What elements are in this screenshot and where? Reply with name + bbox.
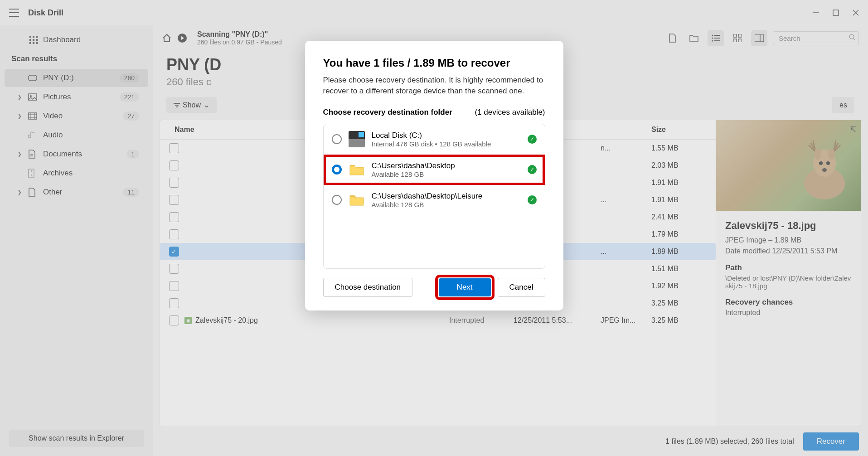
recovery-modal: You have 1 files / 1.89 MB to recover Pl…	[305, 41, 563, 310]
destination-title: Local Disk (C:)	[372, 131, 521, 140]
destination-subtitle: Internal 476 GB disk • 128 GB available	[372, 140, 521, 148]
folder-icon	[349, 192, 365, 208]
destination-item[interactable]: Local Disk (C:)Internal 476 GB disk • 12…	[324, 124, 545, 155]
choose-destination-button[interactable]: Choose destination	[323, 278, 413, 297]
check-icon: ✓	[528, 165, 537, 174]
destination-subtitle: Available 128 GB	[372, 170, 521, 178]
disk-icon	[349, 131, 365, 147]
modal-title: You have 1 files / 1.89 MB to recover	[323, 57, 545, 69]
choose-destination-label: Choose recovery destination folder	[323, 108, 452, 117]
modal-description: Please choose recovery destination. It i…	[323, 75, 545, 97]
destination-subtitle: Available 128 GB	[372, 201, 521, 209]
destination-radio[interactable]	[332, 165, 342, 175]
destination-title: C:\Users\dasha\Desktop\Leisure	[372, 192, 521, 201]
destination-item[interactable]: C:\Users\dasha\DesktopAvailable 128 GB✓	[324, 155, 545, 185]
destination-radio[interactable]	[332, 195, 342, 205]
folder-icon	[349, 161, 365, 178]
devices-available-label: (1 devices available)	[475, 108, 545, 117]
check-icon: ✓	[528, 135, 537, 144]
destination-title: C:\Users\dasha\Desktop	[372, 161, 521, 170]
modal-overlay: You have 1 files / 1.89 MB to recover Pl…	[0, 0, 868, 456]
destination-list: Local Disk (C:)Internal 476 GB disk • 12…	[323, 124, 545, 269]
check-icon: ✓	[528, 195, 537, 204]
next-button[interactable]: Next	[439, 278, 491, 296]
cancel-button[interactable]: Cancel	[498, 278, 545, 297]
destination-item[interactable]: C:\Users\dasha\Desktop\LeisureAvailable …	[324, 185, 545, 215]
destination-radio[interactable]	[332, 134, 342, 144]
